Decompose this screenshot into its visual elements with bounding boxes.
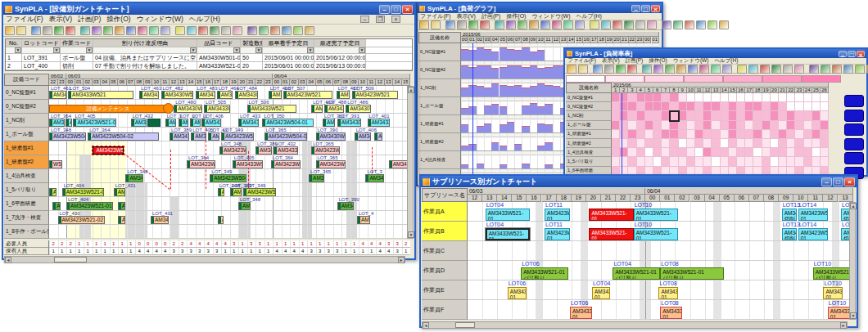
gantt-bar[interactable]: AM3423W504-02 xyxy=(311,146,340,155)
gantt-bar[interactable]: AM3433W521-01切削 xyxy=(634,209,678,221)
toolbar-icon[interactable] xyxy=(760,65,770,74)
toolbar-icon[interactable] xyxy=(506,20,516,29)
load-bar[interactable] xyxy=(500,146,507,150)
toolbar-icon[interactable] xyxy=(149,26,159,35)
heatmap-cell[interactable] xyxy=(695,148,703,157)
heatmap-cell[interactable] xyxy=(637,111,645,120)
gantt-bar[interactable]: AM3433W521-01切削 xyxy=(486,209,530,221)
heatmap-cell[interactable] xyxy=(703,157,712,166)
heatmap-cell[interactable] xyxy=(787,111,795,120)
scroll-right-arrow[interactable]: ► xyxy=(398,257,405,263)
heatmap-cell[interactable] xyxy=(662,148,670,157)
load-bar[interactable] xyxy=(477,86,484,96)
selected-gantt-bar[interactable]: AM3423W504-01 xyxy=(93,146,124,155)
load-bar[interactable] xyxy=(484,65,491,79)
heatmap-cell[interactable] xyxy=(729,157,737,166)
subresource-label[interactable]: 作業員B xyxy=(422,222,468,241)
gantt-bar[interactable]: AM3433W521-01NC検査 xyxy=(508,287,527,299)
table-row[interactable]: 1LOT_391ボール盤04 設備、治具またはサブリソースに空きがありません。A… xyxy=(6,54,412,62)
load-bar[interactable] xyxy=(522,67,529,79)
heatmap-cell[interactable] xyxy=(628,148,636,157)
heatmap-cell[interactable] xyxy=(804,111,812,120)
toolbar-icon[interactable] xyxy=(540,20,550,29)
heatmap-cell[interactable] xyxy=(645,130,653,139)
heatmap-cell[interactable] xyxy=(745,139,753,148)
heatmap-cell[interactable] xyxy=(628,121,636,130)
heatmap-cell[interactable] xyxy=(753,102,762,111)
toolbar-icon[interactable] xyxy=(5,26,15,35)
menu-item[interactable]: 表示(V) xyxy=(602,57,620,65)
toolbar-icon[interactable] xyxy=(821,65,830,74)
load-bar[interactable] xyxy=(514,144,522,150)
heatmap-cell[interactable] xyxy=(670,130,678,139)
heatmap-cell[interactable] xyxy=(670,139,678,148)
gantt-bar[interactable]: AM3423W504-01 xyxy=(262,119,314,127)
toolbar-icon[interactable] xyxy=(642,65,652,74)
gantt-bar[interactable]: AM3423W504-02 xyxy=(88,132,159,141)
toolbar-icon[interactable] xyxy=(794,65,804,74)
selected-heatmap-cell[interactable] xyxy=(669,110,679,121)
toolbar-icon[interactable] xyxy=(593,65,603,74)
mdi-restore-button[interactable]: ❐ xyxy=(376,16,385,23)
load-bar[interactable] xyxy=(537,123,545,132)
heatmap-cell[interactable] xyxy=(753,93,762,102)
heatmap-cell[interactable] xyxy=(787,139,795,148)
minimize-button[interactable]: – xyxy=(631,5,640,12)
toolbar-icon[interactable] xyxy=(567,65,576,74)
load-bar[interactable] xyxy=(545,164,552,168)
resource-label[interactable]: 1_研磨盤#2 xyxy=(566,139,612,148)
gantt-bar[interactable]: AM3430W501 xyxy=(161,91,194,99)
toolbar-icon[interactable] xyxy=(809,65,819,74)
heatmap-cell[interactable] xyxy=(612,111,620,120)
heatmap-cell[interactable] xyxy=(612,148,620,157)
heatmap-cell[interactable] xyxy=(753,139,762,148)
load-bar[interactable] xyxy=(553,86,560,96)
load-bar[interactable] xyxy=(514,65,522,79)
gantt-bar[interactable]: AM3430W50 xyxy=(337,119,361,127)
heatmap-cell[interactable] xyxy=(787,148,795,157)
subresource-label[interactable]: 作業員D xyxy=(422,261,468,280)
gantt-bar[interactable]: AM3433W521 xyxy=(247,105,297,113)
load-bar[interactable] xyxy=(522,47,529,61)
maximize-button[interactable]: □ xyxy=(833,177,843,186)
heatmap-cell[interactable] xyxy=(804,121,812,130)
toolbar-icon[interactable] xyxy=(662,20,671,29)
filter-cell[interactable]: ▼ xyxy=(241,47,263,53)
gantt-bar[interactable]: AM3430W xyxy=(151,216,169,224)
heatmap-cell[interactable] xyxy=(628,111,636,120)
heatmap-cell[interactable] xyxy=(712,102,720,111)
gantt-bar[interactable]: AM342 xyxy=(269,91,282,99)
heatmap-cell[interactable] xyxy=(628,102,636,111)
heatmap-cell[interactable] xyxy=(695,157,703,166)
filter-dropdown-icon[interactable]: ▼ xyxy=(53,47,60,53)
heatmap-cell[interactable] xyxy=(637,148,645,157)
gantt-bar[interactable]: AM3433 xyxy=(368,119,390,127)
load-bar[interactable] xyxy=(500,106,507,114)
heatmap-cell[interactable] xyxy=(653,139,662,148)
gantt-bar[interactable]: AM3423W xyxy=(114,188,126,196)
filter-cell[interactable]: ▼ xyxy=(263,47,314,53)
load-bar[interactable] xyxy=(491,68,499,79)
maintenance-bar[interactable]: 設備メンテナンス xyxy=(49,105,167,113)
heatmap-cell[interactable] xyxy=(771,121,779,130)
heatmap-cell[interactable] xyxy=(795,130,803,139)
gantt-bar[interactable]: AM3433W521-01バリ取り xyxy=(613,267,660,280)
heatmap-cell[interactable] xyxy=(687,139,695,148)
scroll-left-arrow[interactable]: ◄ xyxy=(423,322,429,329)
heatmap-cell[interactable] xyxy=(795,111,803,120)
heatmap-cell[interactable] xyxy=(612,157,620,166)
heatmap-cell[interactable] xyxy=(679,102,687,111)
heatmap-cell[interactable] xyxy=(703,93,712,102)
toolbar-icon[interactable] xyxy=(647,20,657,29)
toolbar-icon[interactable] xyxy=(31,26,41,35)
heatmap-cell[interactable] xyxy=(662,130,670,139)
heatmap-cell[interactable] xyxy=(612,93,620,102)
menu-item[interactable]: ヘルプ(H) xyxy=(189,15,220,25)
heatmap-cell[interactable] xyxy=(804,130,812,139)
gantt-bar[interactable]: AM3430 xyxy=(255,146,272,155)
toolbar-icon[interactable] xyxy=(103,26,113,35)
load-bar[interactable] xyxy=(461,124,468,132)
gantt-bar[interactable]: AM3- xyxy=(179,119,189,127)
load-bar[interactable] xyxy=(553,65,560,79)
heatmap-cell[interactable] xyxy=(762,93,771,102)
